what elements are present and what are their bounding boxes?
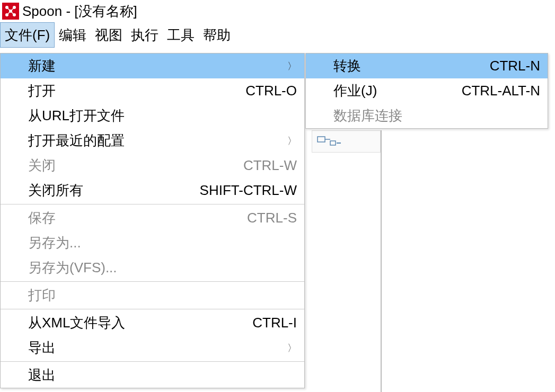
menu-item-shortcut: CTRL-W: [243, 157, 297, 174]
menu-item-label: 从URL打开文件: [28, 106, 297, 125]
submenu-item-label: 转换: [333, 57, 490, 75]
menu-item-shortcut: CTRL-S: [247, 210, 297, 226]
menubar: 文件(F) 编辑 视图 执行 工具 帮助: [0, 22, 555, 48]
menu-item-print: 打印: [1, 283, 304, 308]
file-dropdown: 新建 〉 打开 CTRL-O 从URL打开文件 打开最近的配置 〉 关闭 CTR…: [0, 53, 305, 388]
menu-item-label: 退出: [28, 366, 297, 385]
menu-item-import-xml[interactable]: 从XML文件导入 CTRL-I: [1, 310, 304, 335]
menu-separator: [1, 281, 304, 282]
menu-item-label: 打印: [28, 286, 297, 305]
menu-item-label: 导出: [28, 338, 297, 357]
menu-separator: [1, 361, 304, 362]
menu-item-label: 新建: [28, 57, 297, 75]
menu-item-shortcut: CTRL-I: [252, 315, 297, 331]
menu-run[interactable]: 执行: [127, 22, 163, 48]
submenu-item-job[interactable]: 作业(J) CTRL-ALT-N: [306, 78, 548, 103]
submenu-item-transformation[interactable]: 转换 CTRL-N: [306, 54, 548, 78]
svg-line-5: [7, 7, 11, 11]
menu-item-label: 从XML文件导入: [28, 314, 252, 332]
menu-edit[interactable]: 编辑: [55, 22, 91, 48]
menu-item-close-all[interactable]: 关闭所有 SHIFT-CTRL-W: [1, 178, 304, 203]
menu-item-save: 保存 CTRL-S: [1, 206, 304, 230]
submenu-item-label: 作业(J): [333, 82, 462, 100]
menu-item-label: 打开: [28, 82, 245, 100]
menu-item-shortcut: CTRL-O: [245, 83, 297, 99]
toolbar-fragment: [312, 130, 381, 153]
menu-item-save-as-vfs: 另存为(VFS)...: [1, 255, 304, 280]
titlebar: Spoon - [没有名称]: [0, 0, 555, 22]
vertical-divider: [381, 130, 382, 392]
submenu-arrow-icon: 〉: [287, 342, 297, 354]
menu-item-label: 另存为...: [28, 234, 297, 252]
menu-item-open-recent[interactable]: 打开最近的配置 〉: [1, 128, 304, 153]
menu-item-label: 关闭: [28, 156, 243, 175]
submenu-item-db-connection: 数据库连接: [306, 103, 548, 128]
submenu-arrow-icon: 〉: [287, 60, 297, 73]
svg-line-7: [7, 11, 11, 15]
menu-item-close: 关闭 CTRL-W: [1, 153, 304, 178]
menu-item-open-url[interactable]: 从URL打开文件: [1, 103, 304, 128]
menu-tools[interactable]: 工具: [163, 22, 199, 48]
menu-separator: [1, 309, 304, 309]
menu-item-export[interactable]: 导出 〉: [1, 335, 304, 360]
menu-file[interactable]: 文件(F): [0, 22, 55, 48]
menu-item-shortcut: SHIFT-CTRL-W: [200, 182, 297, 199]
app-title: Spoon - [没有名称]: [22, 2, 137, 21]
menu-item-label: 打开最近的配置: [28, 131, 297, 150]
menu-help[interactable]: 帮助: [199, 22, 235, 48]
menu-item-open[interactable]: 打开 CTRL-O: [1, 78, 304, 103]
svg-rect-9: [318, 137, 325, 142]
app-icon: [2, 3, 19, 20]
svg-line-6: [11, 7, 14, 11]
submenu-item-shortcut: CTRL-N: [490, 58, 540, 74]
menu-item-exit[interactable]: 退出: [1, 363, 304, 388]
menu-view[interactable]: 视图: [91, 22, 127, 48]
menu-item-label: 保存: [28, 209, 247, 227]
submenu-item-label: 数据库连接: [333, 106, 540, 125]
menu-item-label: 关闭所有: [28, 181, 200, 200]
submenu-item-shortcut: CTRL-ALT-N: [462, 83, 540, 99]
new-submenu: 转换 CTRL-N 作业(J) CTRL-ALT-N 数据库连接: [305, 53, 548, 129]
menu-item-save-as: 另存为...: [1, 230, 304, 255]
submenu-arrow-icon: 〉: [287, 135, 297, 147]
menu-item-new[interactable]: 新建 〉: [1, 54, 304, 78]
menu-separator: [1, 204, 304, 204]
menu-item-label: 另存为(VFS)...: [28, 259, 297, 277]
svg-rect-11: [330, 141, 336, 145]
svg-line-8: [11, 11, 14, 15]
